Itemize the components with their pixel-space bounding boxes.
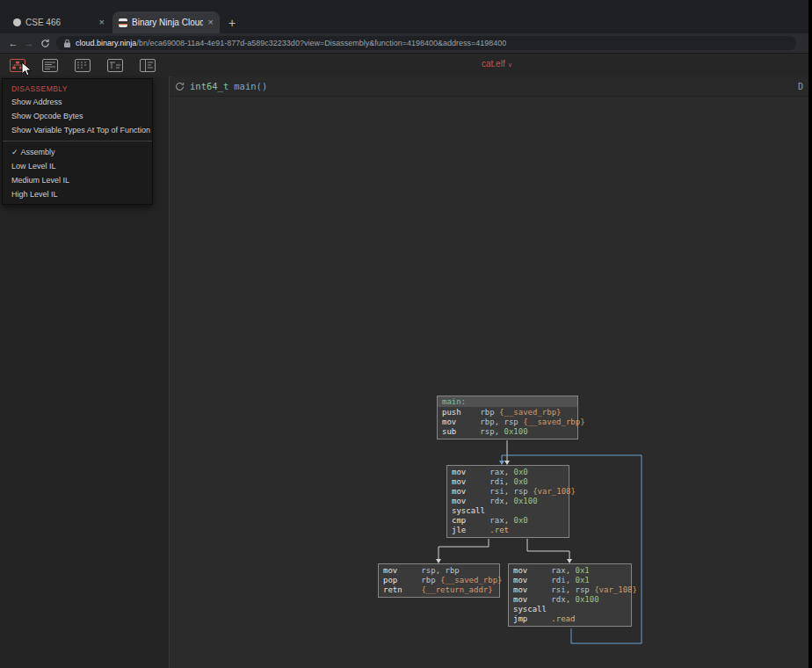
asm-instruction[interactable]: retn {__return_addr} — [383, 585, 495, 595]
asm-instruction[interactable]: mov rsp, rbp — [383, 566, 495, 576]
tab-binary-ninja[interactable]: Binary Ninja Cloud - Anal × — [112, 11, 220, 33]
menu-item-show-address[interactable]: Show Address — [3, 95, 152, 109]
return-type: int64_t — [190, 81, 228, 91]
asm-instruction[interactable]: mov rsi, rsp {var_108} — [452, 487, 564, 497]
forward-button[interactable]: → — [21, 38, 37, 48]
url-bar[interactable]: cloud.binary.ninja/bn/eca69008-11a4-4e91… — [56, 36, 796, 50]
file-selector[interactable]: cat.elf∨ — [482, 59, 512, 69]
tab-title: Binary Ninja Cloud - Anal — [132, 18, 203, 27]
menu-item-low-level-il[interactable]: Low Level IL — [3, 159, 152, 173]
tab-title: CSE 466 — [25, 18, 94, 27]
asm-instruction[interactable]: mov rax, 0x0 — [452, 468, 564, 477]
block-label: main: — [438, 396, 577, 407]
tab-cse466[interactable]: CSE 466 × — [7, 11, 111, 33]
url-host: cloud.binary.ninja — [76, 39, 136, 47]
bn-view-toolbar: cat.elf∨ — [0, 53, 808, 76]
asm-instruction[interactable]: mov rdi, 0x0 — [452, 477, 564, 487]
types-view-icon[interactable] — [105, 58, 125, 73]
graph-view-icon[interactable] — [8, 58, 27, 73]
file-name: cat.elf — [482, 59, 505, 69]
menu-item-assembly[interactable]: ✓Assembly — [3, 145, 152, 159]
asm-instruction[interactable]: mov rdx, 0x100 — [513, 595, 627, 605]
analysis-refresh-icon[interactable] — [175, 82, 185, 91]
chevron-down-icon: ∨ — [508, 62, 512, 68]
function-header: int64_t main() D — [170, 76, 808, 97]
tab-close-icon[interactable]: × — [99, 18, 105, 27]
menu-item-show-opcode-bytes[interactable]: Show Opcode Bytes — [3, 109, 152, 123]
menu-item-show-variable-types[interactable]: Show Variable Types At Top of Function — [3, 123, 152, 137]
asm-instruction[interactable]: cmp rax, 0x0 — [452, 516, 564, 526]
menu-header: DISASSEMBLY — [3, 82, 152, 95]
browser-address-bar: ← → cloud.binary.ninja/bn/eca69008-11a4-… — [0, 33, 808, 53]
asm-instruction[interactable]: pop rbp {__saved_rbp} — [383, 576, 495, 585]
new-tab-button[interactable]: + — [223, 14, 241, 32]
linear-view-icon[interactable] — [40, 58, 60, 73]
cse466-favicon — [13, 18, 21, 26]
binary-ninja-favicon — [119, 18, 127, 27]
browser-tab-strip: CSE 466 × Binary Ninja Cloud - Anal × + — [0, 0, 808, 33]
basic-block-ret[interactable]: mov rsp, rbppop rbp {__saved_rbp}retn {_… — [378, 563, 500, 598]
asm-instruction[interactable]: mov rsi, rsp {var_108} — [513, 585, 627, 595]
asm-instruction[interactable]: mov rax, 0x1 — [513, 566, 627, 576]
lock-icon — [63, 39, 71, 48]
asm-instruction[interactable]: syscall — [513, 605, 627, 614]
menu-item-medium-level-il[interactable]: Medium Level IL — [3, 173, 152, 187]
reload-icon[interactable] — [37, 39, 53, 48]
triage-view-icon[interactable] — [138, 58, 157, 73]
asm-instruction[interactable]: push rbp {__saved_rbp} — [442, 408, 573, 418]
tab-close-icon[interactable]: × — [208, 18, 214, 27]
asm-instruction[interactable]: syscall — [452, 506, 564, 516]
basic-block-main[interactable]: main:push rbp {__saved_rbp}mov rbp, rsp … — [437, 396, 578, 439]
function-name: main() — [234, 81, 267, 91]
asm-instruction[interactable]: sub rsp, 0x100 — [442, 427, 573, 437]
asm-instruction[interactable]: mov rdi, 0x1 — [513, 576, 627, 585]
disassembly-options-menu: DISASSEMBLY Show Address Show Opcode Byt… — [2, 78, 153, 205]
hex-view-icon[interactable] — [73, 58, 92, 73]
basic-block-write[interactable]: mov rax, 0x1mov rdi, 0x1mov rsi, rsp {va… — [508, 563, 632, 627]
back-button[interactable]: ← — [5, 38, 21, 48]
checkmark-icon: ✓ — [11, 148, 18, 156]
menu-item-high-level-il[interactable]: High Level IL — [3, 187, 152, 201]
menu-divider — [3, 141, 152, 142]
url-path: /bn/eca69008-11a4-4e91-877d-a589c32233d0… — [136, 39, 506, 47]
header-right-text: D — [798, 82, 803, 91]
asm-instruction[interactable]: jle .ret — [452, 526, 564, 535]
asm-instruction[interactable]: jmp .read — [513, 614, 627, 624]
asm-instruction[interactable]: mov rdx, 0x100 — [452, 497, 564, 506]
basic-block-read-loop[interactable]: mov rax, 0x0mov rdi, 0x0mov rsi, rsp {va… — [446, 465, 569, 538]
asm-instruction[interactable]: mov rbp, rsp {__saved_rbp} — [442, 418, 573, 427]
